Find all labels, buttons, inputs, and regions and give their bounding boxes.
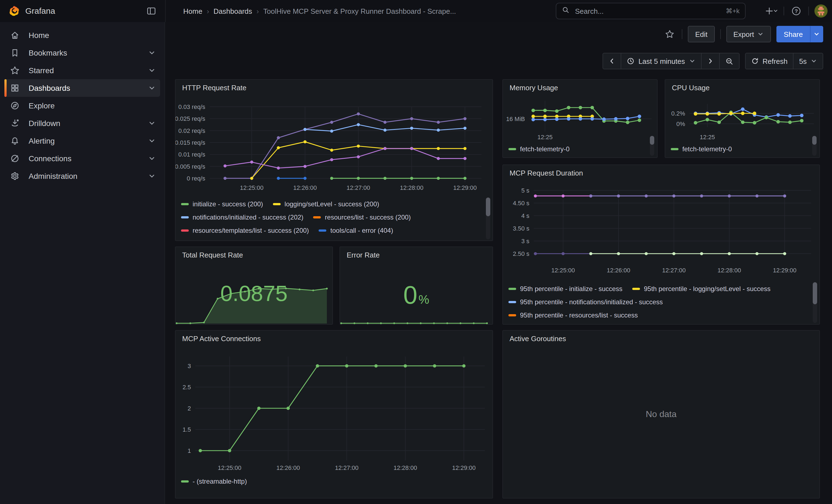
legend-swatch bbox=[509, 301, 516, 303]
breadcrumb-item[interactable]: Dashboards bbox=[213, 7, 252, 15]
legend-scrollbar[interactable] bbox=[650, 136, 654, 156]
stat-value: 0% bbox=[340, 280, 493, 310]
panel-title[interactable]: CPU Usage bbox=[672, 84, 709, 92]
time-series-chart[interactable]: 16 MiB12:25 bbox=[503, 94, 657, 143]
zoom-out-button[interactable] bbox=[720, 53, 739, 69]
home-icon bbox=[10, 30, 20, 40]
stat-value: 0.0875 bbox=[176, 281, 332, 306]
sidebar-item-administration[interactable]: Administration bbox=[4, 167, 160, 185]
svg-text:12:27:00: 12:27:00 bbox=[662, 267, 686, 274]
legend-scrollbar[interactable] bbox=[812, 136, 816, 156]
time-series-chart[interactable]: 0 req/s0.005 req/s0.01 req/s0.015 req/s0… bbox=[176, 94, 493, 196]
legend-item[interactable]: fetch-telemetry-0 bbox=[509, 145, 570, 153]
legend-item[interactable]: unknown - success (200) bbox=[368, 240, 452, 241]
legend-swatch bbox=[181, 230, 189, 232]
legend-item[interactable]: tools/list - success (200) bbox=[275, 240, 357, 241]
svg-text:12:29:00: 12:29:00 bbox=[773, 267, 797, 274]
sparkline-chart bbox=[340, 319, 493, 324]
legend-item[interactable]: resources/list - success (200) bbox=[313, 213, 411, 221]
breadcrumb-item[interactable]: ToolHive MCP Server & Proxy Runner Dashb… bbox=[263, 7, 456, 15]
search-shortcut: ⌘+k bbox=[726, 7, 739, 15]
legend-swatch bbox=[181, 203, 189, 205]
chevron-down-icon[interactable] bbox=[148, 67, 156, 74]
favorite-star-icon[interactable] bbox=[664, 27, 677, 41]
panel-title[interactable]: Memory Usage bbox=[510, 84, 558, 92]
legend-item[interactable]: 95th percentile - initialize - success bbox=[509, 285, 622, 293]
time-series-chart[interactable]: 0.2%0%12:25 bbox=[665, 94, 820, 143]
chevron-down-icon[interactable] bbox=[148, 155, 156, 162]
sidebar-item-alerting[interactable]: Alerting bbox=[4, 132, 160, 150]
divider bbox=[682, 29, 683, 39]
share-button[interactable]: Share bbox=[777, 26, 810, 43]
legend-item[interactable]: 95th percentile - notifications/initiali… bbox=[509, 298, 663, 306]
top-navbar: Grafana Home›Dashboards›ToolHive MCP Ser… bbox=[0, 0, 832, 23]
sidebar-item-label: Administration bbox=[29, 172, 77, 181]
chevron-down-icon[interactable] bbox=[148, 120, 156, 127]
time-forward-button[interactable] bbox=[701, 53, 720, 69]
chevron-down-icon[interactable] bbox=[148, 84, 156, 92]
chevron-down-icon[interactable] bbox=[148, 172, 156, 180]
time-back-button[interactable] bbox=[602, 53, 621, 69]
sidebar-item-connections[interactable]: Connections bbox=[4, 150, 160, 167]
legend-item[interactable]: initialize - success (200) bbox=[181, 200, 263, 208]
legend-label: tools/call - success (200) bbox=[192, 240, 265, 241]
add-menu-button[interactable] bbox=[765, 4, 778, 18]
legend-label: logging/setLevel - success (200) bbox=[285, 200, 379, 208]
refresh-button[interactable]: Refresh bbox=[745, 53, 794, 69]
time-series-chart[interactable]: 5 s4.50 s4 s3.50 s3 s2.50 s12:25:0012:26… bbox=[503, 179, 820, 281]
panel-title[interactable]: Total Request Rate bbox=[182, 251, 243, 259]
legend-swatch bbox=[509, 148, 516, 150]
legend-label: fetch-telemetry-0 bbox=[682, 145, 732, 153]
legend-item[interactable]: tools/call - error (404) bbox=[319, 227, 393, 234]
chevron-down-icon bbox=[810, 58, 817, 64]
chevron-down-icon[interactable] bbox=[148, 49, 156, 57]
search-input[interactable] bbox=[574, 6, 721, 16]
panel-error-rate: Error Rate 0% bbox=[339, 246, 493, 325]
export-button[interactable]: Export bbox=[726, 26, 771, 43]
sidebar-item-bookmarks[interactable]: Bookmarks bbox=[4, 44, 160, 62]
dashboard-toolbar: Edit Export Share bbox=[664, 25, 823, 43]
legend-scrollbar[interactable] bbox=[486, 197, 490, 239]
legend-item[interactable]: 95th percentile - logging/setLevel - suc… bbox=[632, 285, 770, 293]
help-icon[interactable]: ? bbox=[790, 4, 803, 18]
legend-item[interactable]: - (streamable-http) bbox=[181, 478, 247, 485]
svg-text:0.015 req/s: 0.015 req/s bbox=[176, 139, 205, 146]
chevron-down-icon[interactable] bbox=[148, 137, 156, 145]
time-range-picker[interactable]: Last 5 minutes bbox=[621, 53, 701, 69]
panel-title[interactable]: MCP Request Duration bbox=[510, 169, 583, 177]
dock-sidebar-icon[interactable] bbox=[146, 6, 156, 16]
sidebar-item-label: Dashboards bbox=[29, 84, 70, 92]
legend-label: 95th percentile - logging/setLevel - suc… bbox=[644, 285, 770, 293]
legend-item[interactable]: resources/templates/list - success (200) bbox=[181, 227, 309, 234]
legend-label: resources/list - success (200) bbox=[325, 213, 411, 221]
sidebar-item-explore[interactable]: Explore bbox=[4, 97, 160, 114]
legend-scrollbar[interactable] bbox=[813, 282, 817, 323]
legend-item[interactable]: logging/setLevel - success (200) bbox=[273, 200, 379, 208]
share-dropdown-button[interactable] bbox=[810, 26, 823, 43]
sidebar-item-home[interactable]: Home bbox=[4, 26, 160, 44]
sidebar-item-label: Explore bbox=[29, 101, 55, 110]
sidebar-item-dashboards[interactable]: Dashboards bbox=[4, 79, 160, 97]
legend-item[interactable]: fetch-telemetry-0 bbox=[671, 145, 732, 153]
panel-title[interactable]: MCP Active Connections bbox=[182, 335, 261, 343]
svg-text:0.03 req/s: 0.03 req/s bbox=[178, 103, 205, 110]
svg-text:0.2%: 0.2% bbox=[671, 110, 685, 117]
panel-title[interactable]: Active Goroutines bbox=[510, 335, 566, 343]
sidebar-item-starred[interactable]: Starred bbox=[4, 62, 160, 79]
time-series-chart[interactable]: 11.522.5312:25:0012:26:0012:27:0012:28:0… bbox=[176, 345, 493, 472]
legend-swatch bbox=[313, 216, 321, 218]
refresh-interval-dropdown[interactable]: 5s bbox=[794, 53, 823, 69]
sidebar-item-drilldown[interactable]: Drilldown bbox=[4, 114, 160, 132]
legend-item[interactable]: tools/call - success (200) bbox=[181, 240, 265, 241]
search-box[interactable]: ⌘+k bbox=[556, 3, 746, 19]
legend-item[interactable]: notifications/initialized - success (202… bbox=[181, 213, 304, 221]
legend-label: resources/templates/list - success (200) bbox=[192, 227, 309, 234]
legend-item[interactable]: 95th percentile - resources/list - succe… bbox=[509, 312, 638, 319]
panel-title[interactable]: Error Rate bbox=[347, 251, 380, 259]
breadcrumb-item[interactable]: Home bbox=[183, 7, 202, 15]
breadcrumb-separator: › bbox=[256, 7, 259, 15]
user-avatar[interactable] bbox=[814, 4, 828, 18]
edit-button[interactable]: Edit bbox=[688, 26, 715, 43]
panel-title[interactable]: HTTP Request Rate bbox=[182, 84, 246, 92]
legend-label: 95th percentile - initialize - success bbox=[520, 285, 622, 293]
